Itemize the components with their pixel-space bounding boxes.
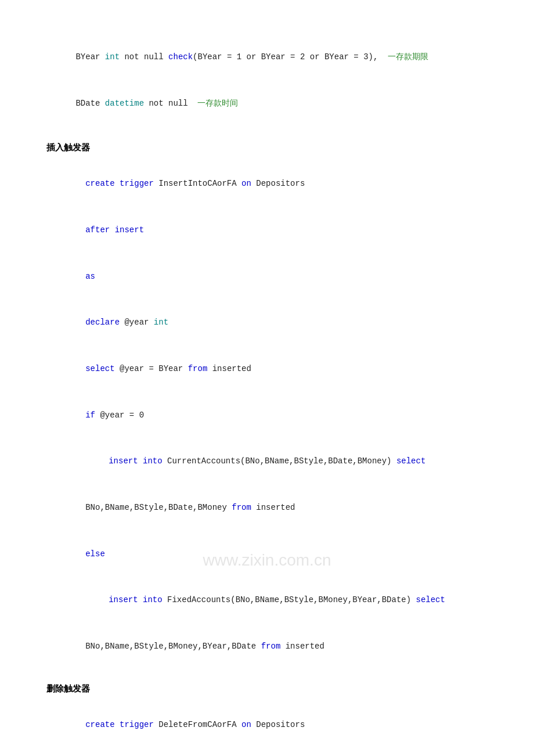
it-line-7: insert into CurrentAccounts(BNo,BName,BS… [46, 439, 488, 484]
it-line-5: select @year = BYear from inserted [46, 347, 488, 392]
not-null-text: not null [120, 52, 168, 62]
not-null-text2: not null [144, 99, 188, 108]
bdate-comment: 一存款时间 [188, 99, 239, 108]
declare-kw: declare [85, 318, 120, 327]
else-kw: else [85, 549, 105, 559]
insert-trigger-title: 插入触发器 [46, 142, 488, 153]
delete-trigger-section: 删除触发器 create trigger DeleteFromCAorFA on… [46, 683, 488, 756]
insert-trigger-section: 插入触发器 create trigger InsertIntoCAorFA on… [46, 142, 488, 669]
from-kw: from [188, 364, 208, 373]
byear-label: BYear [75, 52, 104, 62]
select-kw: select [85, 364, 114, 373]
as-kw: as [85, 272, 95, 281]
select-kw2: select [396, 456, 425, 466]
check-expr: (BYear = 1 or BYear = 2 or BYear = 3), [193, 52, 378, 62]
insert-into-kw2: insert into [109, 595, 162, 604]
it-line-10: insert into FixedAccounts(BNo,BName,BSty… [46, 578, 488, 623]
top-code-block: BYear int not null check(BYear = 1 or BY… [46, 35, 488, 126]
if-kw: if [85, 411, 95, 420]
byear-comment: 一存款期限 [378, 52, 428, 62]
dt-line-1: create trigger DeleteFromCAorFA on Depos… [46, 703, 488, 748]
select-kw3: select [416, 595, 445, 604]
dt-line-2: instead of delete [46, 748, 488, 756]
it-line-3: as [46, 254, 488, 300]
top-line-1: BYear int not null check(BYear = 1 or BY… [46, 35, 488, 80]
from-kw2: from [232, 503, 251, 512]
create-trigger-kw: create trigger [85, 179, 154, 188]
page-content: BYear int not null check(BYear = 1 or BY… [46, 35, 488, 756]
on-kw: on [241, 179, 251, 188]
dt-create-trigger-kw: create trigger [85, 720, 154, 729]
insert-trigger-code: create trigger InsertIntoCAorFA on Depos… [46, 161, 488, 669]
it-line-6: if @year = 0 [46, 393, 488, 438]
int-kw2: int [154, 318, 168, 327]
datetime-keyword: datetime [105, 99, 144, 108]
it-line-4: declare @year int [46, 300, 488, 345]
from-kw3: from [261, 642, 281, 651]
bdate-label: BDate [75, 99, 104, 108]
it-line-8: BNo,BName,BStyle,BDate,BMoney from inser… [46, 485, 488, 531]
insert-into-kw: insert into [109, 456, 162, 466]
it-line-11: BNo,BName,BStyle,BMoney,BYear,BDate from… [46, 624, 488, 669]
delete-trigger-code: create trigger DeleteFromCAorFA on Depos… [46, 703, 488, 756]
int-keyword: int [105, 52, 120, 62]
delete-trigger-title: 删除触发器 [46, 683, 488, 694]
it-line-2: after insert [46, 208, 488, 253]
dt-on-kw: on [241, 720, 251, 729]
it-line-1: create trigger InsertIntoCAorFA on Depos… [46, 161, 488, 207]
it-line-9: else [46, 532, 488, 577]
top-line-2: BDate datetime not null 一存款时间 [46, 81, 488, 127]
check-keyword: check [168, 52, 193, 62]
after-insert-kw: after insert [85, 225, 144, 235]
